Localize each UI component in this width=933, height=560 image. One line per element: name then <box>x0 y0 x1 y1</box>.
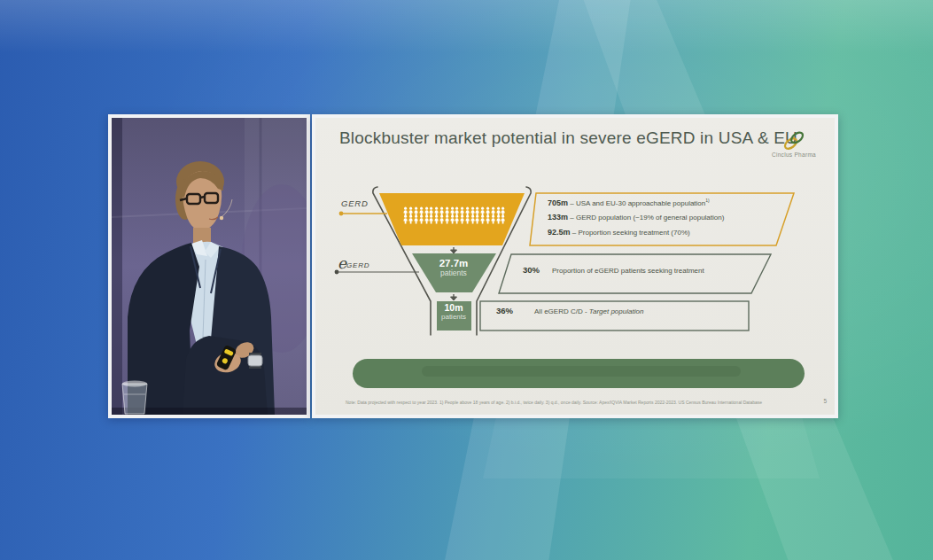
person-icon <box>439 214 444 224</box>
person-icon <box>470 214 475 224</box>
presenter-photo <box>112 118 307 415</box>
person-icon <box>429 214 433 224</box>
person-icon <box>486 214 490 224</box>
logo-text: Cinclus Pharma <box>762 152 826 158</box>
person-icon <box>403 214 408 224</box>
person-icon <box>450 214 455 224</box>
person-icon <box>414 214 418 224</box>
wristwatch <box>248 353 262 369</box>
company-logo: Cinclus Pharma <box>762 130 826 158</box>
slide-panel: Blockbuster market potential in severe e… <box>312 114 838 418</box>
person-icon <box>455 214 459 224</box>
person-icon <box>480 214 485 224</box>
down-arrow-icon <box>451 247 457 253</box>
person-icon <box>496 214 501 224</box>
person-icon <box>408 214 413 224</box>
pill-bar-faint-text <box>422 366 741 377</box>
label-gerd: GERD <box>341 198 369 208</box>
slide-page-number: 5 <box>823 398 827 404</box>
person-icon <box>465 214 470 224</box>
speaker-video-panel <box>108 114 310 418</box>
funnel-value-target: 10m patients <box>441 303 466 321</box>
person-icon <box>491 214 495 224</box>
person-row <box>402 214 507 224</box>
slide-title: Blockbuster market potential in severe e… <box>339 128 797 148</box>
person-icon <box>424 214 429 224</box>
funnel-value-egerd: 27.7m patients <box>439 258 469 277</box>
person-icon <box>419 214 424 224</box>
gerd-leader-line <box>339 212 387 216</box>
person-icon <box>501 214 505 224</box>
down-arrow-icon <box>451 294 457 300</box>
callout3-line: 36%All eGERD C/D - Target population <box>496 306 643 315</box>
person-icon <box>475 214 479 224</box>
label-egerd: eGERD <box>338 256 369 272</box>
callout2-line: 30%Proportion of eGERD patients seeking … <box>523 265 704 275</box>
person-icon <box>445 214 449 224</box>
water-glass <box>122 381 147 415</box>
callout1-line2: 133m – GERD population (~19% of general … <box>548 213 724 222</box>
headset-mic <box>220 216 223 220</box>
callout1-line3: 92.5m – Proportion seeking treatment (70… <box>548 228 690 237</box>
crowd-pictogram <box>402 206 507 224</box>
webcast-frame: Blockbuster market potential in severe e… <box>0 0 933 560</box>
person-icon <box>434 214 439 224</box>
cinclus-logo-icon <box>781 130 807 151</box>
person-icon <box>460 214 464 224</box>
slide-footnote: Note: Data projected with respect to yea… <box>346 400 762 405</box>
callout1-line1: 705m – USA and EU-30 approachable popula… <box>548 198 710 207</box>
